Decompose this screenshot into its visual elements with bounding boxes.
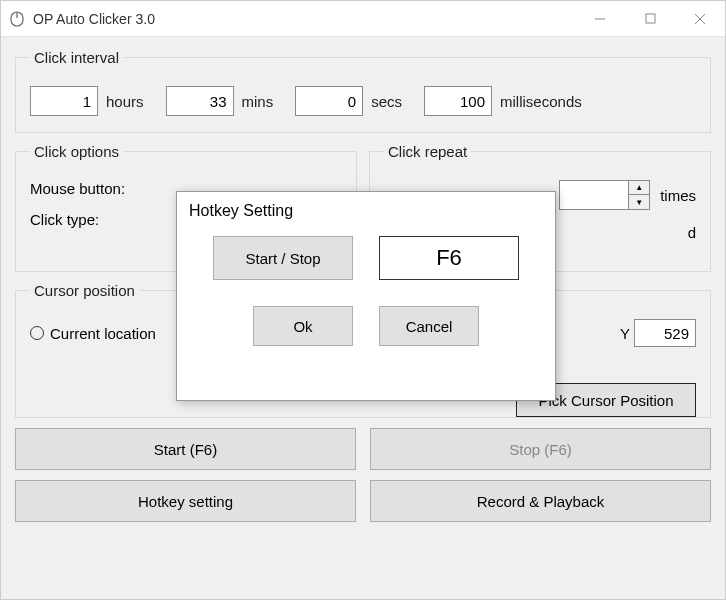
dialog-title: Hotkey Setting <box>177 192 555 226</box>
app-window: OP Auto Clicker 3.0 Click interval hours… <box>0 0 726 600</box>
mouse-icon <box>9 11 25 27</box>
secs-input[interactable] <box>295 86 363 116</box>
record-playback-button[interactable]: Record & Playback <box>370 480 711 522</box>
start-button[interactable]: Start (F6) <box>15 428 356 470</box>
cancel-button[interactable]: Cancel <box>379 306 479 346</box>
maximize-button[interactable] <box>625 1 675 36</box>
repeat-times-input[interactable] <box>559 180 629 210</box>
current-location-radio[interactable] <box>30 326 44 340</box>
secs-label: secs <box>371 93 402 110</box>
times-label: times <box>660 187 696 204</box>
mouse-button-label: Mouse button: <box>30 180 140 197</box>
minimize-button[interactable] <box>575 1 625 36</box>
click-options-legend: Click options <box>30 143 123 160</box>
stop-button[interactable]: Stop (F6) <box>370 428 711 470</box>
title-bar: OP Auto Clicker 3.0 <box>1 1 725 37</box>
window-title: OP Auto Clicker 3.0 <box>33 11 575 27</box>
click-repeat-legend: Click repeat <box>384 143 471 160</box>
spinner-down-icon[interactable]: ▼ <box>629 195 649 209</box>
repeat-until-label: d <box>688 224 696 241</box>
svg-rect-3 <box>646 14 655 23</box>
spinner-up-icon[interactable]: ▲ <box>629 181 649 195</box>
hotkey-display[interactable]: F6 <box>379 236 519 280</box>
repeat-times-spinner[interactable]: ▲ ▼ <box>559 180 650 210</box>
mins-label: mins <box>242 93 274 110</box>
ms-input[interactable] <box>424 86 492 116</box>
y-label: Y <box>620 325 630 342</box>
hotkey-setting-dialog: Hotkey Setting Start / Stop F6 Ok Cancel <box>176 191 556 401</box>
click-interval-group: Click interval hours mins secs milliseco… <box>15 49 711 133</box>
close-button[interactable] <box>675 1 725 36</box>
mins-input[interactable] <box>166 86 234 116</box>
current-location-label: Current location <box>50 325 156 342</box>
click-interval-legend: Click interval <box>30 49 123 66</box>
y-input[interactable] <box>634 319 696 347</box>
start-stop-button[interactable]: Start / Stop <box>213 236 353 280</box>
cursor-position-legend: Cursor position <box>30 282 139 299</box>
ok-button[interactable]: Ok <box>253 306 353 346</box>
click-type-label: Click type: <box>30 211 140 228</box>
hotkey-setting-button[interactable]: Hotkey setting <box>15 480 356 522</box>
hours-input[interactable] <box>30 86 98 116</box>
ms-label: milliseconds <box>500 93 582 110</box>
hours-label: hours <box>106 93 144 110</box>
